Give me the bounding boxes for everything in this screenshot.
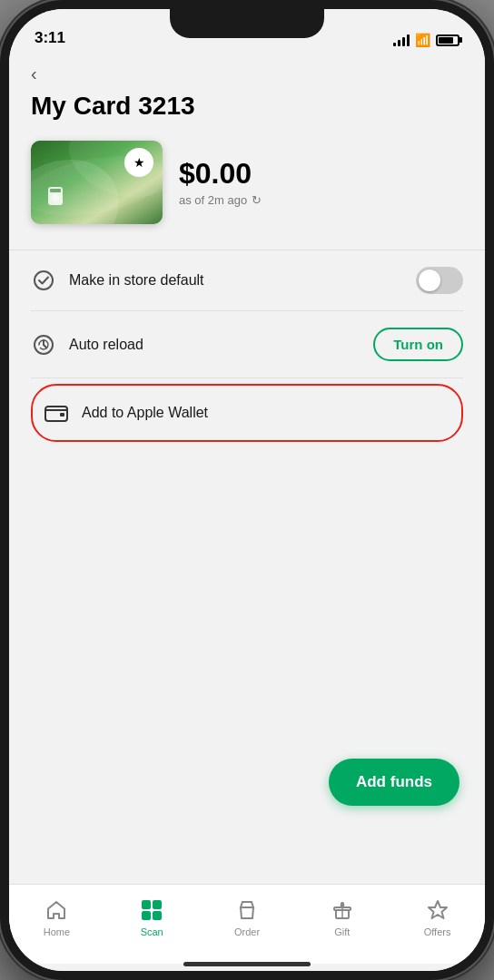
scan-icon (139, 897, 164, 923)
order-icon (234, 897, 260, 923)
phone-frame: 3:11 📶 ‹ My Card 3213 (0, 0, 494, 980)
svg-marker-13 (429, 901, 447, 918)
card-balance: $0.00 as of 2m ago ↻ (179, 159, 262, 207)
notch (170, 9, 324, 38)
default-icon (31, 268, 56, 293)
list-item-default: Make in store default (31, 250, 463, 311)
battery-icon (436, 34, 459, 46)
toggle-knob (419, 270, 440, 291)
main-content: ‹ My Card 3213 (9, 54, 485, 884)
toggle-switch[interactable] (416, 267, 463, 294)
tab-gift[interactable]: Gift (294, 894, 390, 937)
refresh-icon[interactable]: ↻ (252, 193, 262, 207)
wifi-icon: 📶 (415, 33, 430, 47)
cup-icon (42, 182, 69, 215)
tab-bar: Home Scan (9, 884, 485, 964)
list-item-wallet[interactable]: Add to Apple Wallet (31, 384, 463, 442)
svg-point-7 (35, 271, 53, 289)
home-bar (183, 962, 311, 966)
balance-time: as of 2m ago ↻ (179, 193, 262, 207)
status-icons: 📶 (393, 33, 459, 47)
reload-icon (31, 332, 56, 358)
starbucks-logo: ★ (124, 148, 153, 177)
wallet-label: Add to Apple Wallet (82, 405, 208, 421)
balance-amount: $0.00 (179, 159, 262, 188)
add-funds-button[interactable]: Add funds (329, 759, 459, 806)
tab-offers-label: Offers (424, 926, 451, 937)
back-button[interactable]: ‹ (31, 64, 463, 84)
tab-home-label: Home (44, 926, 70, 937)
tab-scan-label: Scan (141, 926, 163, 937)
signal-icon (393, 34, 410, 46)
screen: 3:11 📶 ‹ My Card 3213 (9, 9, 485, 971)
svg-rect-5 (50, 189, 61, 192)
tab-order[interactable]: Order (200, 894, 295, 937)
turn-on-action: Turn on (373, 328, 463, 361)
tab-home[interactable]: Home (9, 894, 104, 937)
wallet-icon (44, 400, 69, 426)
reload-label: Auto reload (69, 337, 361, 353)
status-time: 3:11 (35, 29, 65, 47)
svg-rect-10 (60, 413, 64, 416)
card-section: ★ $0.00 as of 2m ago (31, 141, 463, 224)
starbucks-card: ★ (31, 141, 163, 224)
home-icon (44, 897, 69, 923)
default-label: Make in store default (69, 272, 403, 289)
svg-point-6 (52, 194, 59, 201)
page-title: My Card 3213 (31, 92, 463, 121)
tab-gift-label: Gift (334, 926, 350, 937)
tab-scan[interactable]: Scan (104, 894, 200, 937)
gift-icon (330, 897, 355, 923)
home-indicator (9, 964, 485, 971)
tab-offers[interactable]: Offers (390, 894, 485, 937)
offers-icon (425, 897, 450, 923)
turn-on-button[interactable]: Turn on (373, 328, 463, 361)
tab-order-label: Order (234, 926, 260, 937)
list-item-reload: Auto reload Turn on (31, 311, 463, 378)
default-toggle[interactable] (416, 267, 463, 294)
